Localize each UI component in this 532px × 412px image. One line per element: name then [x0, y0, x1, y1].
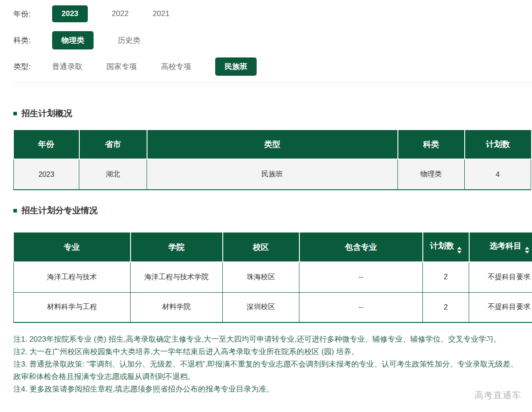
watermark-gaokao-zhitongche: 高考直通车 — [475, 389, 521, 401]
square-bullet-icon — [13, 112, 17, 115]
overview-table: 年份 省市 类型 科类 计划数 2023 湖北 民族班 物理类 4 — [13, 130, 531, 190]
cell-major: 海洋工程与技术 — [14, 262, 131, 292]
cell-exam-subjects: 不提科目要求 — [469, 262, 532, 292]
majors-table-wrap: 专业 学院 校区 包含专业 计划数 选考科目 海洋工程与技术 海洋工程与技术学院… — [13, 233, 532, 323]
year-option-2021[interactable]: 2021 — [153, 9, 170, 18]
cell-included: -- — [299, 292, 423, 322]
overview-header-row: 年份 省市 类型 科类 计划数 — [14, 130, 531, 159]
overview-col-province: 省市 — [79, 130, 147, 159]
type-option-national[interactable]: 国家专项 — [106, 61, 137, 72]
filter-label-year: 年份: — [13, 9, 52, 19]
cell-college: 海洋工程与技术学院 — [131, 262, 223, 292]
majors-col-campus: 校区 — [223, 233, 299, 262]
majors-col-major: 专业 — [14, 233, 131, 262]
year-option-2023[interactable]: 2023 — [52, 5, 88, 22]
overview-table-wrap: 年份 省市 类型 科类 计划数 2023 湖北 民族班 物理类 4 — [13, 130, 532, 190]
cell-included: -- — [299, 262, 423, 292]
footnotes: 注1. 2023年按院系专业 (类) 招生,高考录取确定主修专业,大一至大四均可… — [13, 333, 519, 396]
footnote-4: 注4. 更多政策请参阅招生章程,填志愿须参照省招办公布的报考专业目录为准。 — [13, 383, 519, 396]
majors-col-college: 学院 — [131, 233, 223, 262]
cell-subject: 物理类 — [398, 159, 465, 190]
section-title-text: 招生计划概况 — [21, 108, 72, 119]
cell-campus: 深圳校区 — [223, 292, 299, 322]
overview-col-type: 类型 — [147, 130, 398, 159]
square-bullet-icon — [13, 209, 17, 212]
year-option-2022[interactable]: 2022 — [112, 9, 129, 18]
overview-col-subject: 科类 — [398, 130, 465, 159]
divider — [13, 82, 532, 83]
cell-year: 2023 — [14, 159, 79, 190]
filter-row-subject: 科类: 物理类 历史类 — [13, 31, 532, 49]
majors-header-row: 专业 学院 校区 包含专业 计划数 选考科目 — [14, 233, 532, 262]
table-row: 材料科学与工程 材料学院 深圳校区 -- 2 不提科目要求 — [14, 292, 532, 322]
cell-major: 材料科学与工程 — [14, 292, 131, 322]
subject-option-physics[interactable]: 物理类 — [52, 31, 94, 49]
type-option-university[interactable]: 高校专项 — [161, 61, 191, 72]
majors-col-included: 包含专业 — [299, 233, 423, 262]
filter-row-type: 类型: 普通录取 国家专项 高校专项 民族班 — [13, 57, 532, 75]
type-option-minority[interactable]: 民族班 — [215, 57, 257, 76]
section-title-text: 招生计划分专业情况 — [21, 205, 98, 216]
subject-options: 物理类 历史类 — [52, 31, 140, 49]
section-title-overview: 招生计划概况 — [13, 108, 532, 119]
cell-college: 材料学院 — [131, 292, 223, 322]
filter-panel: 年份: 2023 2022 2021 科类: 物理类 历史类 类型: 普通录取 … — [0, 0, 532, 75]
majors-col-plan-count-sort[interactable]: 计划数 — [423, 233, 469, 262]
majors-table: 专业 学院 校区 包含专业 计划数 选考科目 海洋工程与技术 海洋工程与技术学院… — [13, 233, 532, 323]
cell-province: 湖北 — [79, 159, 147, 190]
sort-icon[interactable] — [525, 247, 529, 253]
year-options: 2023 2022 2021 — [52, 5, 169, 22]
filter-label-subject: 科类: — [13, 35, 52, 45]
overview-col-plan-count: 计划数 — [465, 130, 531, 159]
section-title-majors: 招生计划分专业情况 — [13, 205, 532, 216]
cell-plan-count: 2 — [423, 262, 469, 292]
cell-exam-subjects: 不提科目要求 — [469, 292, 532, 322]
type-option-regular[interactable]: 普通录取 — [52, 61, 82, 72]
type-options: 普通录取 国家专项 高校专项 民族班 — [52, 57, 257, 76]
cell-type: 民族班 — [147, 159, 398, 190]
overview-col-year: 年份 — [14, 130, 79, 159]
majors-col-exam-subjects-sort[interactable]: 选考科目 — [469, 233, 532, 262]
footnote-2: 注2. 大一在广州校区南校园集中大类培养,大一学年结束后进入高考录取专业所在院系… — [13, 346, 519, 358]
filter-label-type: 类型: — [13, 61, 52, 72]
sort-icon[interactable] — [457, 247, 462, 253]
cell-campus: 珠海校区 — [223, 262, 299, 292]
cell-plan-count: 4 — [465, 159, 531, 190]
footnote-1: 注1. 2023年按院系专业 (类) 招生,高考录取确定主修专业,大一至大四均可… — [13, 333, 519, 346]
table-row: 2023 湖北 民族班 物理类 4 — [14, 159, 531, 190]
footnote-3: 注3. 普通批录取政策: “零调剂、认加分、无级差、不退档”,即报满不重复的专业… — [13, 358, 519, 383]
subject-option-history[interactable]: 历史类 — [118, 35, 140, 45]
cell-plan-count: 2 — [423, 292, 469, 322]
filter-row-year: 年份: 2023 2022 2021 — [13, 5, 532, 23]
table-row: 海洋工程与技术 海洋工程与技术学院 珠海校区 -- 2 不提科目要求 — [14, 262, 532, 292]
